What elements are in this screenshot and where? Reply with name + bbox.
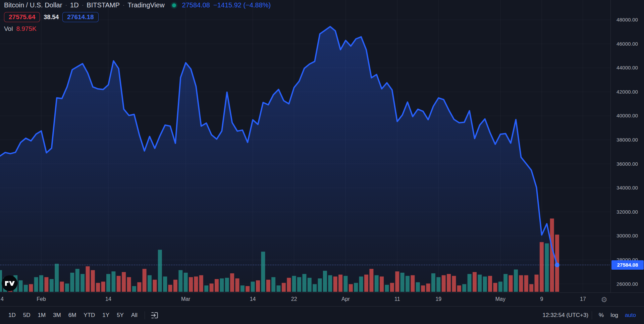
- buy-ask-button[interactable]: 27614.18: [62, 12, 98, 22]
- last-price-dot: [555, 263, 559, 267]
- price-tick-label: 32000.00: [616, 209, 638, 215]
- interval-label[interactable]: 1D: [70, 1, 79, 9]
- time-tick-label: 17: [580, 296, 586, 302]
- sell-bid-button[interactable]: 27575.64: [4, 12, 40, 22]
- range-buttons: 1D5D1M3M6MYTD1Y5YAll: [5, 310, 141, 320]
- range-button-3m[interactable]: 3M: [49, 310, 65, 320]
- bottom-toolbar: 1D5D1M3M6MYTD1Y5YAll 12:32:54 (UTC+3) % …: [0, 306, 644, 324]
- go-to-date-button[interactable]: [150, 311, 159, 320]
- separator: ·: [82, 2, 84, 9]
- range-button-5y[interactable]: 5Y: [113, 310, 127, 320]
- time-tick-label: 14: [105, 296, 111, 302]
- range-button-6m[interactable]: 6M: [65, 310, 80, 320]
- range-button-5d[interactable]: 5D: [19, 310, 34, 320]
- time-tick-label: 9: [540, 296, 543, 302]
- price-tick-label: 48000.00: [616, 17, 638, 22]
- range-group: 1D5D1M3M6MYTD1Y5YAll: [5, 310, 159, 320]
- log-scale-button[interactable]: log: [607, 311, 622, 320]
- tradingview-logo-mark: [2, 275, 17, 291]
- gear-icon[interactable]: ⚙: [600, 295, 608, 304]
- symbol-title-row[interactable]: Bitcoin / U.S. Dollar · 1D · BITSTAMP · …: [4, 1, 271, 9]
- percent-scale-button[interactable]: %: [595, 311, 607, 320]
- bid-price: 27575.64: [9, 13, 35, 21]
- range-button-ytd[interactable]: YTD: [80, 310, 99, 320]
- separator: ·: [65, 2, 67, 9]
- separator: ·: [123, 2, 125, 9]
- legend-change: −1415.92 (−4.88%): [213, 1, 271, 9]
- scale-group: 12:32:54 (UTC+3) % log auto: [543, 311, 639, 320]
- time-tick-label: 22: [291, 296, 297, 302]
- range-button-all[interactable]: All: [127, 310, 141, 320]
- time-tick-label: 4: [1, 296, 4, 302]
- price-tick-label: 34000.00: [616, 185, 638, 191]
- tradingview-logo[interactable]: [2, 275, 17, 291]
- price-tick-label: 26000.00: [616, 281, 638, 287]
- price-tick-label: 38000.00: [616, 137, 638, 143]
- spread-value: 38.54: [44, 14, 59, 21]
- exchange-label[interactable]: BITSTAMP: [87, 1, 120, 9]
- range-button-1m[interactable]: 1M: [34, 310, 49, 320]
- toolbar-divider: [145, 311, 145, 319]
- price-tick-label: 30000.00: [616, 233, 638, 238]
- ask-price: 27614.18: [67, 13, 94, 21]
- time-tick-label: Mar: [181, 296, 191, 302]
- legend-last-price: 27584.08: [182, 1, 210, 9]
- brand-label[interactable]: TradingView: [128, 1, 165, 9]
- time-axis[interactable]: ⚙ 4Feb14Mar1422Apr1119May917: [0, 292, 644, 306]
- clock[interactable]: 12:32:54 (UTC+3): [543, 312, 589, 319]
- go-to-date-icon: [150, 311, 159, 320]
- price-chart-svg[interactable]: [0, 0, 610, 292]
- legend: Bitcoin / U.S. Dollar · 1D · BITSTAMP · …: [4, 1, 271, 33]
- price-tick-label: 44000.00: [616, 65, 638, 70]
- time-tick-label: 14: [250, 296, 256, 302]
- volume-label: Vol: [4, 25, 13, 33]
- price-tick-label: 36000.00: [616, 161, 638, 167]
- price-tick-label: 46000.00: [616, 41, 638, 47]
- last-price-tag: 27584.08: [611, 260, 644, 270]
- time-tick-label: 19: [435, 296, 441, 302]
- range-button-1d[interactable]: 1D: [5, 310, 19, 320]
- time-tick-label: Apr: [341, 296, 350, 302]
- bid-ask-row: 27575.64 38.54 27614.18: [4, 12, 271, 22]
- time-tick-label: May: [495, 296, 505, 302]
- price-tick-label: 42000.00: [616, 89, 638, 95]
- toolbar-divider: [592, 311, 592, 319]
- volume-value: 8.975K: [16, 25, 36, 33]
- range-button-1y[interactable]: 1Y: [99, 310, 113, 320]
- time-tick-label: Feb: [37, 296, 46, 302]
- volume-row[interactable]: Vol 8.975K: [4, 25, 271, 33]
- price-tick-label: 40000.00: [616, 113, 638, 118]
- auto-scale-button[interactable]: auto: [622, 311, 639, 320]
- time-tick-label: 11: [394, 296, 400, 302]
- market-status-dot[interactable]: [172, 3, 176, 7]
- price-axis[interactable]: 26000.0028000.0030000.0032000.0034000.00…: [610, 0, 644, 292]
- symbol-name[interactable]: Bitcoin / U.S. Dollar: [4, 1, 62, 9]
- price-chart-pane[interactable]: Bitcoin / U.S. Dollar · 1D · BITSTAMP · …: [0, 0, 610, 292]
